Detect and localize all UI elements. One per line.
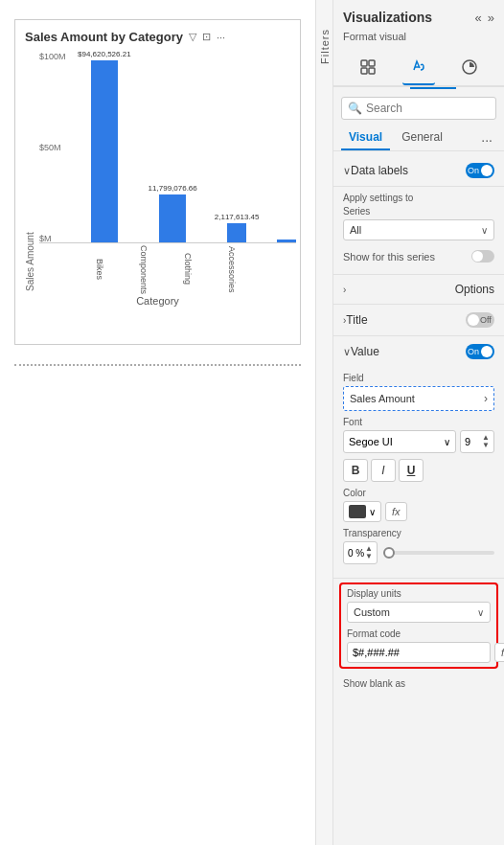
stepper-down[interactable]: ▼ [482,442,490,449]
bar-value-clothing: 2,117,613.45 [215,213,260,221]
search-input[interactable] [366,102,490,115]
font-size-input[interactable]: 9 ▲ ▼ [460,430,494,453]
transparency-slider[interactable] [383,551,494,555]
transparency-label: Transparency [343,528,494,538]
section-apply-settings: Apply settings to Series All ∨ Show for … [333,187,504,275]
filter-icon[interactable]: ▽ [189,31,196,43]
options-title: Options [455,283,494,296]
search-box[interactable]: 🔍 [341,97,496,120]
color-fx-btn[interactable]: fx [385,502,407,521]
bar-value-bikes: $94,620,526.21 [78,50,131,58]
font-size-value: 9 [465,436,470,447]
value-toggle[interactable]: On [466,344,494,359]
x-label-clothing: Clothing [166,245,193,293]
svg-rect-0 [361,60,367,66]
transparency-stepper[interactable]: ▲ ▼ [365,545,373,560]
svg-rect-2 [361,68,367,74]
x-axis-label: Category [25,295,290,307]
tab-visual[interactable]: Visual [341,126,390,150]
underline-btn[interactable]: U [399,459,424,482]
field-box-arrow: › [484,392,488,405]
color-swatch [349,505,366,518]
font-value: Segoe UI [349,436,393,447]
display-units-label: Display units [347,588,491,599]
x-label-accessories: Accessories [210,245,237,293]
data-labels-toggle[interactable]: On [466,163,494,178]
value-content: Field Sales Amount › Font Segoe UI ∨ 9 ▲… [333,367,504,578]
transparency-value: 0 % [348,548,364,559]
chart-title: Sales Amount by Category [25,30,183,44]
grid-icon-btn[interactable] [352,53,384,84]
section-options[interactable]: › Options [333,275,504,305]
viz-nav-icons: « » [475,11,494,25]
apply-settings-title: Apply settings to [343,193,494,203]
search-icon: 🔍 [348,102,362,115]
color-row: ∨ fx [343,501,494,522]
bar-bikes[interactable] [91,60,118,242]
display-units-dropdown[interactable]: Custom ∨ [347,602,491,623]
show-blank-label: Show blank as [333,673,504,689]
x-labels: Bikes Components Clothing Accessories [39,245,296,293]
tab-general[interactable]: General [394,126,450,150]
italic-btn[interactable]: I [371,459,396,482]
format-code-fx-btn[interactable]: fx [494,643,504,662]
font-row: Segoe UI ∨ 9 ▲ ▼ [343,430,494,453]
transparency-input[interactable]: 0 % ▲ ▼ [343,541,378,564]
field-box-text: Sales Amount [350,393,415,404]
format-visual-label: Format visual [333,29,504,48]
analytics-icon-btn[interactable] [453,53,486,84]
section-value-header[interactable]: ∨ Value On [333,336,504,367]
more-icon[interactable]: ··· [217,32,225,43]
paint-icon-btn[interactable] [402,52,435,85]
format-code-input[interactable] [347,642,491,663]
bar-accessories[interactable] [277,240,296,242]
expand-icon[interactable]: ⊡ [202,31,211,43]
title-section-title: Title [346,313,367,327]
format-buttons: B I U [343,459,494,482]
display-units-section: Display units Custom ∨ Format code fx [339,582,498,669]
apply-settings-content: Apply settings to Series All ∨ Show for … [333,187,504,274]
expand-icon[interactable]: » [488,11,494,25]
svg-rect-3 [369,68,375,74]
tab-more[interactable]: ... [477,126,496,150]
bar-components[interactable] [159,194,186,242]
color-box[interactable]: ∨ [343,501,381,522]
chart-container: Sales Amount by Category ▽ ⊡ ··· Sales A… [14,19,301,345]
toggle-on-label: On [468,166,479,175]
bar-group-clothing: 2,117,613.45 [215,213,260,242]
bar-clothing[interactable] [227,223,246,242]
data-labels-title: Data labels [351,164,408,177]
color-dropdown-arrow: ∨ [369,507,376,517]
font-size-stepper[interactable]: ▲ ▼ [482,434,490,449]
show-series-toggle[interactable] [471,250,494,263]
format-code-label: Format code [347,628,491,639]
chart-panel: Sales Amount by Category ▽ ⊡ ··· Sales A… [0,0,316,845]
font-dropdown-arrow: ∨ [444,437,450,447]
collapse-icon[interactable]: « [475,11,482,25]
section-title-header[interactable]: › Title Off [333,305,504,336]
slider-thumb [383,547,395,559]
transparency-row: 0 % ▲ ▼ [343,541,494,564]
series-dropdown[interactable]: All ∨ [343,219,494,240]
section-value: ∨ Value On Field Sales Amount › Font Seg… [333,336,504,579]
field-label: Field [343,373,494,383]
field-box[interactable]: Sales Amount › [343,386,494,411]
font-dropdown[interactable]: Segoe UI ∨ [343,430,456,453]
display-units-value: Custom [354,606,390,618]
tabs-row: Visual General ... [333,126,504,151]
show-series-row: Show for this series [343,246,494,266]
section-data-labels-header[interactable]: ∨ Data labels On [333,155,504,186]
series-value: All [350,224,361,236]
active-tab-indicator [410,87,456,89]
title-toggle[interactable]: Off [466,312,494,328]
format-code-row: fx [347,642,491,663]
bar-group-bikes: $94,620,526.21 [78,50,131,242]
y-axis-label: Sales Amount [25,52,35,291]
viz-title: Visualizations [343,10,432,25]
bold-btn[interactable]: B [343,459,368,482]
show-series-label: Show for this series [343,251,435,263]
show-series-knob [472,251,483,262]
color-label: Color [343,488,494,498]
filters-label: Filters [319,29,331,64]
section-data-labels: ∨ Data labels On [333,155,504,187]
